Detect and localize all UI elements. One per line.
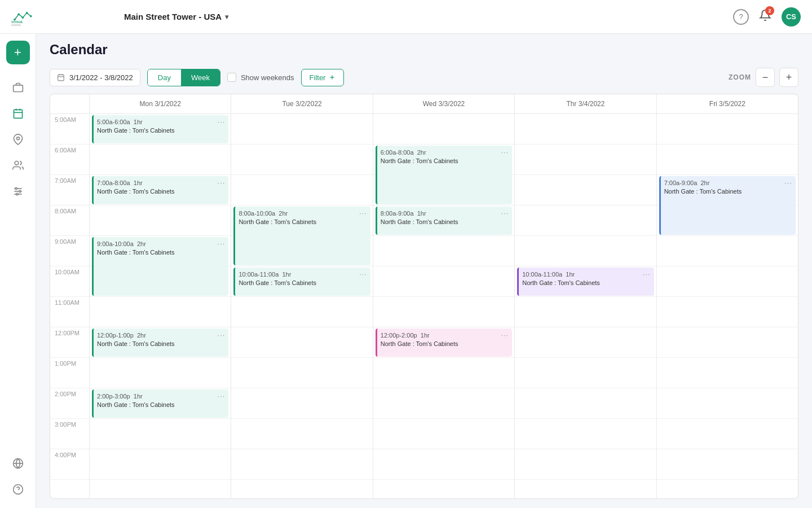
event-card[interactable]: 2:00p-3:00p 1hr ··· North Gate : Tom's C… (92, 389, 228, 418)
time-7am: 7:00AM (50, 175, 89, 205)
sidebar-bottom (6, 452, 30, 501)
hour-cell (90, 205, 231, 236)
sidebar-item-deliveries[interactable] (6, 76, 30, 99)
hour-cell: 9:00a-10:00a 2hr ··· North Gate : Tom's … (90, 236, 231, 266)
svg-point-2 (22, 16, 24, 19)
svg-rect-7 (13, 85, 23, 92)
time-4pm: 4:00PM (50, 449, 89, 480)
hour-cell (373, 449, 514, 480)
hour-cell (373, 175, 514, 205)
hour-cell (515, 175, 656, 205)
hour-cell (231, 449, 372, 480)
calendar-body[interactable]: 5:00AM 6:00AM 7:00AM 8:00AM 9:00AM 10:00… (50, 114, 798, 498)
hour-cell (515, 419, 656, 449)
hour-cell (90, 266, 231, 297)
logo-area: VOYAGE CONTROL (11, 7, 102, 27)
event-card[interactable]: 5:00a-6:00a 1hr ··· North Gate : Tom's C… (92, 115, 228, 143)
hour-cell (657, 144, 798, 175)
hour-cell (373, 114, 514, 144)
svg-point-1 (17, 13, 20, 15)
help-circle-icon (12, 484, 24, 495)
hour-cell: 12:00p-1:00p 2hr ··· North Gate : Tom's … (90, 327, 231, 358)
filter-button[interactable]: Filter (301, 69, 345, 86)
event-menu-icon[interactable]: ··· (218, 331, 226, 339)
svg-text:VOYAGE: VOYAGE (11, 20, 23, 23)
svg-rect-8 (14, 110, 22, 118)
hour-cell (373, 358, 514, 388)
hour-cell: 10:00a-11:00a 1hr ··· North Gate : Tom's… (231, 266, 372, 297)
event-menu-icon[interactable]: ··· (501, 209, 509, 217)
hour-cell (657, 449, 798, 480)
sidebar-item-users[interactable] (6, 154, 30, 177)
date-range-value: 3/1/2022 - 3/8/2022 (69, 73, 133, 82)
event-menu-icon[interactable]: ··· (218, 117, 226, 126)
hour-cell (515, 144, 656, 175)
users-icon (12, 160, 24, 171)
notifications-button[interactable]: 2 (759, 9, 771, 24)
day-header-mon: Mon 3/1/2022 (90, 94, 231, 113)
hour-cell (373, 266, 514, 297)
week-view-button[interactable]: Week (181, 69, 220, 86)
hour-cell (231, 236, 372, 266)
user-avatar[interactable]: CS (782, 7, 801, 27)
event-menu-icon[interactable]: ··· (218, 392, 226, 400)
event-menu-icon[interactable]: ··· (359, 209, 367, 217)
hour-cell: 7:00a-8:00a 1hr ··· North Gate : Tom's C… (90, 175, 231, 205)
hour-cell: 10:00a-11:00a 1hr ··· North Gate : Tom's… (515, 266, 656, 297)
event-menu-icon[interactable]: ··· (218, 239, 226, 248)
hour-cell (90, 358, 231, 388)
time-5am: 5:00AM (50, 114, 89, 144)
event-card[interactable]: 10:00a-11:00a 1hr ··· North Gate : Tom's… (233, 268, 370, 296)
hour-cell (231, 114, 372, 144)
hour-cell (515, 205, 656, 236)
sidebar-item-settings[interactable] (6, 179, 30, 203)
sidebar-item-locations[interactable] (6, 128, 30, 151)
event-menu-icon[interactable]: ··· (501, 331, 509, 339)
svg-point-17 (15, 187, 17, 189)
event-card[interactable]: 12:00p-2:00p 1hr ··· North Gate : Tom's … (376, 329, 512, 357)
time-6am: 6:00AM (50, 144, 89, 175)
hour-cell (231, 358, 372, 388)
building-selector[interactable]: Main Street Tower - USA ▾ (124, 12, 228, 21)
sidebar-item-globe[interactable] (6, 452, 30, 475)
day-view-button[interactable]: Day (148, 69, 181, 86)
event-card[interactable]: 8:00a-9:00a 1hr ··· North Gate : Tom's C… (376, 207, 512, 235)
event-card[interactable]: 10:00a-11:00a 1hr ··· North Gate : Tom's… (517, 268, 654, 296)
event-card[interactable]: 12:00p-1:00p 2hr ··· North Gate : Tom's … (92, 329, 228, 357)
hour-cell (231, 419, 372, 449)
svg-rect-24 (58, 75, 64, 81)
hour-cell (373, 297, 514, 327)
location-icon (12, 134, 24, 145)
sidebar-item-calendar[interactable] (6, 102, 30, 125)
time-2pm: 2:00PM (50, 388, 89, 419)
hour-cell (657, 114, 798, 144)
plus-icon (329, 74, 336, 81)
help-button[interactable]: ? (733, 9, 749, 25)
hour-cell (515, 327, 656, 358)
event-card[interactable]: 7:00a-8:00a 1hr ··· North Gate : Tom's C… (92, 176, 228, 204)
create-button[interactable]: + (6, 41, 30, 64)
sidebar-item-help[interactable] (6, 478, 30, 501)
event-menu-icon[interactable]: ··· (218, 178, 226, 187)
day-header-tue: Tue 3/2/2022 (231, 94, 373, 113)
event-menu-icon[interactable]: ··· (359, 270, 367, 278)
hour-cell (90, 419, 231, 449)
sidebar: + (0, 34, 36, 508)
hour-cell (657, 266, 798, 297)
date-range-picker[interactable]: 3/1/2022 - 3/8/2022 (50, 69, 140, 86)
event-menu-icon[interactable]: ··· (784, 178, 792, 187)
show-weekends-checkbox[interactable] (227, 73, 236, 82)
svg-point-0 (14, 19, 16, 21)
zoom-out-button[interactable]: − (756, 68, 775, 87)
event-menu-icon[interactable]: ··· (501, 148, 509, 156)
hour-cell (657, 297, 798, 327)
event-menu-icon[interactable]: ··· (643, 270, 651, 278)
show-weekends-label: Show weekends (241, 73, 294, 82)
zoom-in-button[interactable]: + (779, 68, 798, 87)
hour-cell (373, 419, 514, 449)
hour-cell (515, 358, 656, 388)
hour-cell (515, 388, 656, 419)
zoom-controls: ZOOM − + (729, 68, 798, 87)
notification-badge: 2 (765, 6, 774, 15)
hour-cell (90, 449, 231, 480)
